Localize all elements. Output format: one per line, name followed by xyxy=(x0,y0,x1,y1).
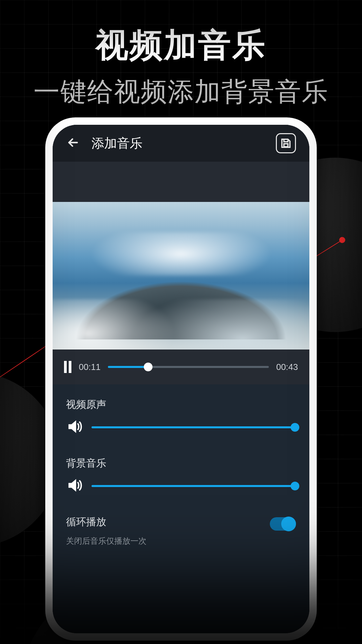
back-icon[interactable] xyxy=(66,136,80,151)
app-topbar: 添加音乐 xyxy=(53,125,309,162)
save-button[interactable] xyxy=(276,133,296,153)
loop-toggle[interactable] xyxy=(270,517,296,531)
preview-clouds xyxy=(73,232,289,276)
phone-frame: 添加音乐 00:11 0 xyxy=(45,117,317,641)
video-preview[interactable] xyxy=(53,202,309,350)
hero-heading: 视频加音乐 一键给视频添加背景音乐 xyxy=(0,23,362,110)
progress-fill xyxy=(108,366,148,368)
svg-rect-0 xyxy=(284,144,288,147)
hero-subtitle: 一键给视频添加背景音乐 xyxy=(0,74,362,110)
phone-screen: 添加音乐 00:11 0 xyxy=(53,125,309,633)
controls-panel: 视频原声 背景音乐 xyxy=(53,384,309,633)
speaker-icon[interactable] xyxy=(66,477,83,495)
toggle-knob xyxy=(281,517,296,531)
bg-music-slider[interactable] xyxy=(92,485,296,487)
progress-thumb[interactable] xyxy=(144,363,153,371)
slider-thumb[interactable] xyxy=(291,482,299,490)
speaker-icon[interactable] xyxy=(66,418,83,436)
preview-clouds xyxy=(53,299,309,350)
spacer xyxy=(53,162,309,202)
screen-title: 添加音乐 xyxy=(92,135,264,152)
video-sound-slider[interactable] xyxy=(92,426,296,428)
time-total: 00:43 xyxy=(276,362,298,372)
time-current: 00:11 xyxy=(79,362,101,372)
playback-bar: 00:11 00:43 xyxy=(53,350,309,384)
video-sound-label: 视频原声 xyxy=(66,398,296,412)
hero-title: 视频加音乐 xyxy=(0,23,362,68)
slider-thumb[interactable] xyxy=(291,423,299,432)
progress-track[interactable] xyxy=(108,366,269,368)
loop-label: 循环播放 xyxy=(66,515,146,529)
video-sound-control: 视频原声 xyxy=(66,398,296,436)
loop-sublabel: 关闭后音乐仅播放一次 xyxy=(66,536,146,546)
pause-icon[interactable] xyxy=(64,361,71,373)
loop-control: 循环播放 关闭后音乐仅播放一次 xyxy=(66,515,296,546)
bg-music-label: 背景音乐 xyxy=(66,457,296,470)
bg-music-control: 背景音乐 xyxy=(66,457,296,495)
